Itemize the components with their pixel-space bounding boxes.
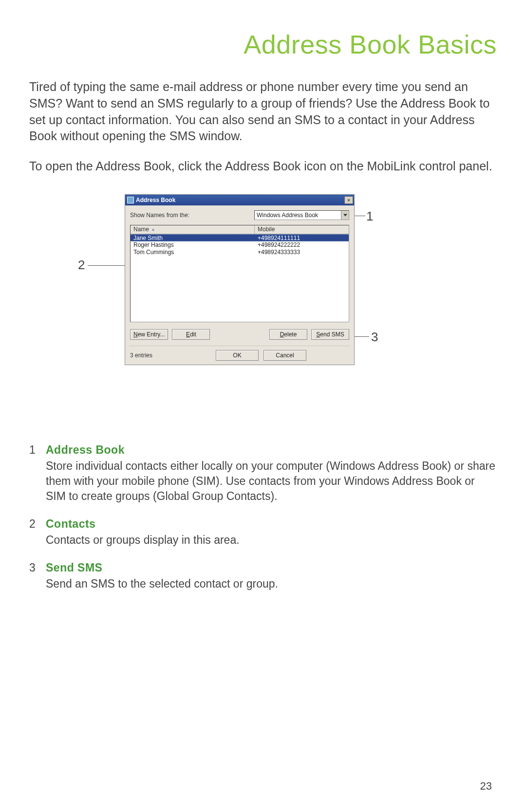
legend-description: Send an SMS to the selected contact or g…: [46, 576, 497, 591]
callout-1: 1: [366, 209, 373, 224]
subintro-paragraph: To open the Address Book, click the Addr…: [29, 158, 497, 175]
dropdown-value: Windows Address Book: [257, 212, 318, 219]
list-item[interactable]: Tom Cummings +498924333333: [131, 249, 349, 256]
legend-item: 3 Send SMS Send an SMS to the selected c…: [29, 560, 497, 591]
legend-heading: Send SMS: [46, 560, 497, 575]
show-names-label: Show Names from the:: [130, 212, 254, 219]
entry-count: 3 entries: [130, 352, 152, 359]
intro-paragraph: Tired of typing the same e-mail address …: [29, 79, 497, 145]
address-book-dialog: Address Book × Show Names from the: Wind…: [125, 194, 355, 365]
figure-area: 1 2 3 Address Book × Show Names from the…: [29, 194, 497, 404]
page-title: Address Book Basics: [29, 29, 497, 59]
cancel-button[interactable]: Cancel: [263, 350, 306, 361]
legend-description: Contacts or groups display in this area.: [46, 533, 497, 548]
chevron-down-icon: [341, 211, 349, 220]
callout-2-line: [88, 265, 126, 266]
legend-heading: Address Book: [46, 443, 497, 458]
close-icon[interactable]: ×: [344, 196, 353, 204]
list-item[interactable]: Roger Hastings +498924222222: [131, 241, 349, 249]
column-header-mobile[interactable]: Mobile: [255, 225, 349, 234]
legend-item: 2 Contacts Contacts or groups display in…: [29, 517, 497, 548]
column-header-name[interactable]: Name▲: [131, 225, 255, 234]
ok-button[interactable]: OK: [216, 350, 259, 361]
legend-description: Store individual contacts either locally…: [46, 459, 497, 504]
legend-item: 1 Address Book Store individual contacts…: [29, 443, 497, 504]
contact-name: Roger Hastings: [131, 241, 255, 249]
dialog-title: Address Book: [136, 197, 344, 203]
list-item[interactable]: Jane Smith +498924111111: [131, 234, 349, 241]
legend-number: 1: [29, 443, 46, 504]
dialog-titlebar: Address Book ×: [125, 195, 354, 205]
delete-button[interactable]: Delete: [269, 329, 307, 340]
contact-mobile: +498924111111: [255, 235, 349, 241]
page-number: 23: [480, 780, 492, 793]
new-entry-button[interactable]: New Entry...: [130, 329, 168, 340]
address-book-source-dropdown[interactable]: Windows Address Book: [254, 210, 349, 220]
legend: 1 Address Book Store individual contacts…: [29, 443, 497, 591]
contact-name: Jane Smith: [131, 235, 255, 241]
contacts-list[interactable]: Name▲ Mobile Jane Smith +498924111111 Ro…: [130, 225, 349, 322]
sort-asc-icon: ▲: [151, 227, 155, 232]
edit-button[interactable]: Edit: [172, 329, 210, 340]
legend-heading: Contacts: [46, 517, 497, 532]
contact-mobile: +498924333333: [255, 249, 349, 256]
app-icon: [127, 197, 134, 203]
callout-3: 3: [371, 330, 378, 345]
legend-number: 3: [29, 560, 46, 591]
callout-2: 2: [78, 258, 85, 273]
contact-mobile: +498924222222: [255, 241, 349, 249]
send-sms-button[interactable]: Send SMS: [311, 329, 349, 340]
contact-name: Tom Cummings: [131, 249, 255, 256]
legend-number: 2: [29, 517, 46, 548]
